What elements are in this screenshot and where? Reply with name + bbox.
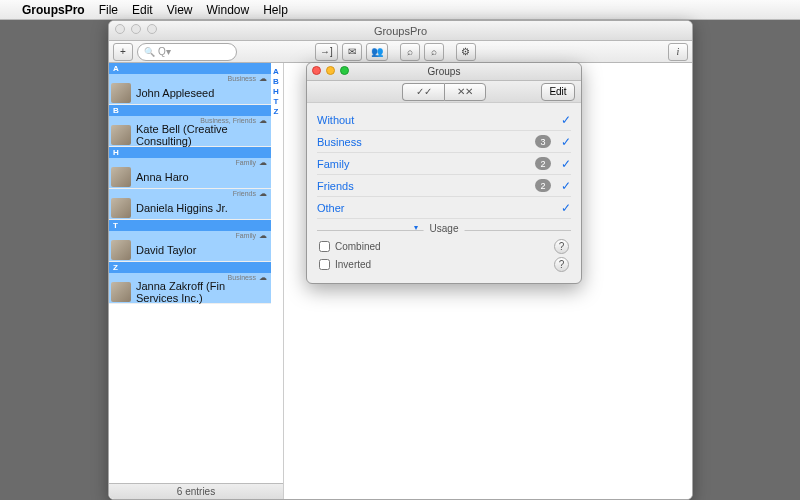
contact-name: David Taylor (136, 244, 196, 256)
contact-name: Daniela Higgins Jr. (136, 202, 228, 214)
magnify-plus-icon: ⌕ (407, 46, 413, 57)
uncheck-all-button[interactable]: ✕✕ (444, 83, 486, 101)
menu-view[interactable]: View (167, 3, 193, 17)
group-name: Business (317, 136, 362, 148)
checkmark-icon: ✓ (561, 113, 571, 127)
help-button[interactable]: ? (554, 239, 569, 254)
list-item[interactable]: Business John Appleseed (109, 74, 271, 105)
close-icon[interactable] (115, 24, 125, 34)
avatar (111, 282, 131, 302)
index-letter[interactable]: H (273, 87, 279, 96)
menu-help[interactable]: Help (263, 3, 288, 17)
checkmark-icon: ✓ (561, 157, 571, 171)
gear-icon: ⚙ (461, 46, 470, 57)
usage-separator: Usage (317, 223, 571, 237)
settings-button[interactable]: ⚙ (456, 43, 476, 61)
contact-tags: Family (109, 158, 271, 166)
group-row[interactable]: Other ✓ (317, 197, 571, 219)
window-titlebar: GroupsPro (109, 21, 692, 41)
checkmark-icon: ✓ (561, 179, 571, 193)
count-badge: 3 (535, 135, 551, 148)
count-badge: 2 (535, 179, 551, 192)
avatar (111, 240, 131, 260)
contact-name: John Appleseed (136, 87, 214, 99)
contact-tags: Friends (109, 189, 271, 197)
groups-button[interactable]: 👥 (366, 43, 388, 61)
index-letter[interactable]: T (274, 97, 279, 106)
combined-checkbox[interactable]: Combined (319, 241, 381, 252)
index-letter[interactable]: A (273, 67, 279, 76)
traffic-lights (115, 24, 157, 34)
list-item[interactable]: Family Anna Haro (109, 158, 271, 189)
checkmark-icon: ✓ (561, 135, 571, 149)
section-header: T (109, 220, 271, 231)
count-badge: 2 (535, 157, 551, 170)
people-icon: 👥 (371, 46, 383, 57)
section-header: H (109, 147, 271, 158)
mail-button[interactable]: ✉ (342, 43, 362, 61)
contact-name: Janna Zakroff (Fin Services Inc.) (136, 280, 269, 304)
groups-panel: Groups ✓✓ ✕✕ Edit Without ✓ Business 3✓ … (306, 62, 582, 284)
section-header: A (109, 63, 271, 74)
magnify-minus-icon: ⌕ (431, 46, 437, 57)
list-item[interactable]: Business Janna Zakroff (Fin Services Inc… (109, 273, 271, 304)
group-name: Friends (317, 180, 354, 192)
index-letter[interactable]: B (273, 77, 279, 86)
edit-button[interactable]: Edit (541, 83, 575, 101)
group-name: Without (317, 114, 354, 126)
list-item[interactable]: Friends Daniela Higgins Jr. (109, 189, 271, 220)
zoom-icon[interactable] (147, 24, 157, 34)
group-name: Family (317, 158, 349, 170)
contact-tags: Business (109, 74, 271, 82)
groups-titlebar: Groups (307, 63, 581, 81)
system-menubar: GroupsPro File Edit View Window Help (0, 0, 800, 20)
checkmark-icon: ✓ (561, 201, 571, 215)
contact-name: Kate Bell (Creative Consulting) (136, 123, 269, 147)
info-button[interactable]: i (668, 43, 688, 61)
avatar (111, 83, 131, 103)
window-title: GroupsPro (374, 25, 427, 37)
section-header: Z (109, 262, 271, 273)
zoom-in-button[interactable]: ⌕ (400, 43, 420, 61)
group-row[interactable]: Friends 2✓ (317, 175, 571, 197)
contact-tags: Family (109, 231, 271, 239)
zoom-out-button[interactable]: ⌕ (424, 43, 444, 61)
close-icon[interactable] (312, 66, 321, 75)
import-button[interactable]: →] (315, 43, 338, 61)
index-column: A B H T Z (271, 67, 281, 116)
group-row[interactable]: Business 3✓ (317, 131, 571, 153)
menu-window[interactable]: Window (207, 3, 250, 17)
groups-title: Groups (428, 66, 461, 77)
avatar (111, 125, 131, 145)
usage-label: Usage (424, 223, 465, 234)
minimize-icon[interactable] (326, 66, 335, 75)
main-toolbar: + Q▾ →] ✉ 👥 ⌕ ⌕ ⚙ i (109, 41, 692, 63)
menu-file[interactable]: File (99, 3, 118, 17)
inverted-checkbox[interactable]: Inverted (319, 259, 371, 270)
import-icon: →] (320, 46, 333, 57)
avatar (111, 167, 131, 187)
check-all-button[interactable]: ✓✓ (402, 83, 444, 101)
list-item[interactable]: Business, Friends Kate Bell (Creative Co… (109, 116, 271, 147)
menu-edit[interactable]: Edit (132, 3, 153, 17)
search-input[interactable]: Q▾ (137, 43, 237, 61)
group-name: Other (317, 202, 345, 214)
list-item[interactable]: Family David Taylor (109, 231, 271, 262)
contacts-list[interactable]: A Business John Appleseed B Business, Fr… (109, 63, 271, 483)
avatar (111, 198, 131, 218)
group-row[interactable]: Family 2✓ (317, 153, 571, 175)
combined-label: Combined (335, 241, 381, 252)
help-button[interactable]: ? (554, 257, 569, 272)
app-menu[interactable]: GroupsPro (22, 3, 85, 17)
add-button[interactable]: + (113, 43, 133, 61)
contact-name: Anna Haro (136, 171, 189, 183)
inverted-label: Inverted (335, 259, 371, 270)
zoom-icon[interactable] (340, 66, 349, 75)
group-row[interactable]: Without ✓ (317, 109, 571, 131)
contacts-sidebar: A B H T Z A Business John Appleseed B Bu… (109, 63, 284, 499)
index-letter[interactable]: Z (274, 107, 279, 116)
groups-toolbar: ✓✓ ✕✕ Edit (307, 81, 581, 103)
section-header: B (109, 105, 271, 116)
minimize-icon[interactable] (131, 24, 141, 34)
status-bar: 6 entries (109, 483, 283, 499)
